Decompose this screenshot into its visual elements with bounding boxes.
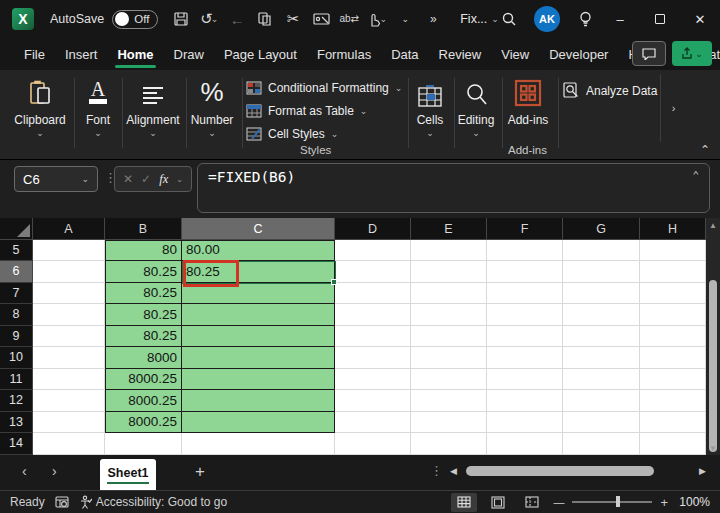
cell-styles-button[interactable]: Cell Styles ⌄ — [246, 122, 406, 145]
ribbon-tab-file[interactable]: File — [14, 38, 55, 70]
cell-E5[interactable] — [411, 240, 487, 262]
cell-B13[interactable]: 8000.25 — [105, 412, 182, 434]
ribbon-tab-formulas[interactable]: Formulas — [307, 38, 381, 70]
cell-A14[interactable] — [33, 433, 105, 455]
scroll-up-icon[interactable]: ▲ — [709, 218, 717, 232]
cell-E6[interactable] — [411, 261, 487, 283]
row-header-8[interactable]: 8 — [0, 304, 33, 326]
scroll-right-icon[interactable]: ▶ — [692, 466, 706, 476]
cell-H9[interactable] — [640, 326, 706, 348]
column-header-c[interactable]: C — [182, 218, 335, 240]
cell-C12[interactable] — [182, 390, 335, 412]
zoom-slider[interactable] — [572, 501, 652, 503]
touch-mouse-mode-icon[interactable]: ⌄ — [364, 6, 390, 32]
share-button[interactable]: ⌄ — [672, 41, 712, 66]
cell-F12[interactable] — [487, 390, 563, 412]
cell-H13[interactable] — [640, 412, 706, 434]
cell-A6[interactable] — [33, 261, 105, 283]
cell-D11[interactable] — [335, 369, 411, 391]
cell-A8[interactable] — [33, 304, 105, 326]
cell-B14[interactable] — [105, 433, 182, 455]
cell-E9[interactable] — [411, 326, 487, 348]
cell-F14[interactable] — [487, 433, 563, 455]
cell-G12[interactable] — [563, 390, 640, 412]
cell-D6[interactable] — [335, 261, 411, 283]
cell-C8[interactable] — [182, 304, 335, 326]
column-header-f[interactable]: F — [487, 218, 563, 240]
next-sheet-icon[interactable]: › — [52, 463, 57, 479]
cell-E7[interactable] — [411, 283, 487, 305]
ribbon-tab-page-layout[interactable]: Page Layout — [214, 38, 307, 70]
horizontal-scrollbar[interactable]: ◀ ▶ — [450, 461, 706, 481]
cell-C10[interactable] — [182, 347, 335, 369]
cell-H5[interactable] — [640, 240, 706, 262]
font-group-button[interactable]: A Font ⌄ — [76, 70, 120, 160]
column-header-g[interactable]: G — [563, 218, 640, 240]
ribbon-tab-home[interactable]: Home — [107, 38, 163, 70]
cell-C11[interactable] — [182, 369, 335, 391]
customize-qat-chevron-icon[interactable]: ⌄ — [392, 6, 418, 32]
formula-input[interactable]: =FIXED(B6) ⌃ — [197, 163, 710, 213]
cell-F9[interactable] — [487, 326, 563, 348]
cell-G8[interactable] — [563, 304, 640, 326]
ribbon-tab-draw[interactable]: Draw — [164, 38, 214, 70]
cells-group-button[interactable]: Cells ⌄ — [410, 70, 450, 160]
cell-F10[interactable] — [487, 347, 563, 369]
cell-G9[interactable] — [563, 326, 640, 348]
minimize-button[interactable]: – — [600, 0, 640, 38]
row-header-9[interactable]: 9 — [0, 326, 33, 348]
cell-E14[interactable] — [411, 433, 487, 455]
autosave-toggle[interactable]: Off — [112, 10, 158, 29]
vertical-scrollbar[interactable]: ▲ ▼ — [706, 218, 720, 455]
zoom-in-icon[interactable]: + — [660, 495, 668, 510]
row-header-11[interactable]: 11 — [0, 369, 33, 391]
add-sheet-button[interactable]: + — [188, 460, 212, 484]
cell-A13[interactable] — [33, 412, 105, 434]
alignment-group-button[interactable]: Alignment ⌄ — [118, 70, 188, 160]
insert-function-icon[interactable]: fx — [159, 172, 168, 187]
cell-C13[interactable] — [182, 412, 335, 434]
cell-F8[interactable] — [487, 304, 563, 326]
cell-E10[interactable] — [411, 347, 487, 369]
comments-button[interactable] — [632, 41, 666, 66]
cell-G13[interactable] — [563, 412, 640, 434]
save-icon[interactable] — [168, 6, 194, 32]
tab-scrollbar-splitter-icon[interactable]: ⋮ — [430, 463, 443, 478]
cell-A11[interactable] — [33, 369, 105, 391]
accessibility-status[interactable]: Accessibility: Good to go — [79, 495, 227, 509]
number-group-button[interactable]: % Number ⌄ — [182, 70, 242, 160]
cell-C5[interactable]: 80.00 — [182, 240, 335, 262]
cell-G10[interactable] — [563, 347, 640, 369]
ribbon-tab-view[interactable]: View — [491, 38, 539, 70]
cell-B12[interactable]: 8000.25 — [105, 390, 182, 412]
cell-A12[interactable] — [33, 390, 105, 412]
ribbon-tab-insert[interactable]: Insert — [55, 38, 108, 70]
search-icon[interactable] — [494, 4, 524, 34]
avatar[interactable]: AK — [534, 6, 560, 32]
cut-icon[interactable]: ✂ — [280, 6, 306, 32]
cell-H14[interactable] — [640, 433, 706, 455]
cell-F11[interactable] — [487, 369, 563, 391]
cell-G14[interactable] — [563, 433, 640, 455]
cell-H10[interactable] — [640, 347, 706, 369]
row-header-5[interactable]: 5 — [0, 240, 33, 262]
cell-F7[interactable] — [487, 283, 563, 305]
cell-B10[interactable]: 8000 — [105, 347, 182, 369]
excel-logo-icon[interactable]: X — [12, 8, 34, 30]
cell-G7[interactable] — [563, 283, 640, 305]
clipboard-group-button[interactable]: Clipboard ⌄ — [8, 70, 72, 160]
cell-A9[interactable] — [33, 326, 105, 348]
cell-D13[interactable] — [335, 412, 411, 434]
row-header-13[interactable]: 13 — [0, 412, 33, 434]
select-all-corner[interactable] — [0, 218, 33, 240]
column-header-a[interactable]: A — [33, 218, 105, 240]
cell-A10[interactable] — [33, 347, 105, 369]
ribbon-tab-developer[interactable]: Developer — [539, 38, 618, 70]
analyze-data-button[interactable]: Analyze Data — [563, 82, 657, 99]
cell-G6[interactable] — [563, 261, 640, 283]
expand-formula-bar-icon[interactable]: ⌃ — [692, 169, 699, 182]
macro-record-icon[interactable] — [55, 496, 69, 509]
cell-H6[interactable] — [640, 261, 706, 283]
cell-B7[interactable]: 80.25 — [105, 283, 182, 305]
row-header-10[interactable]: 10 — [0, 347, 33, 369]
